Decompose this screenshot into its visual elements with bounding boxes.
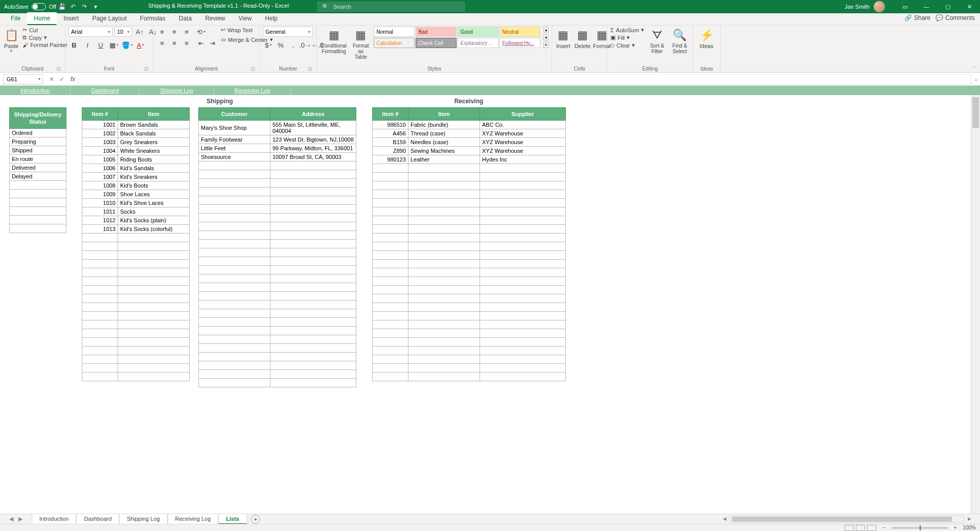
increase-font-icon[interactable]: A↑ xyxy=(134,27,145,37)
table-cell[interactable]: Delayed xyxy=(10,172,66,181)
decrease-indent-icon[interactable]: ⇤ xyxy=(195,38,207,48)
table-cell[interactable]: 1010 xyxy=(82,199,118,207)
table-cell[interactable] xyxy=(82,364,118,373)
dialog-launcher-icon[interactable]: ◲ xyxy=(56,66,61,71)
table-cell[interactable]: 1006 xyxy=(82,164,118,173)
table-cell[interactable]: 1005 xyxy=(82,155,118,164)
styles-scroll-down-icon[interactable]: ▼ xyxy=(543,34,549,40)
table-cell[interactable] xyxy=(270,196,356,205)
table-cell[interactable] xyxy=(408,286,480,294)
cut-button[interactable]: ✂Cut xyxy=(22,27,67,33)
table-cell[interactable] xyxy=(199,222,270,231)
increase-indent-icon[interactable]: ⇥ xyxy=(207,38,218,48)
table-cell[interactable] xyxy=(373,294,408,303)
table-cell[interactable]: ABC Co. xyxy=(480,121,566,129)
page-break-view-icon[interactable] xyxy=(867,525,876,531)
table-cell[interactable] xyxy=(199,240,270,248)
table-cell[interactable] xyxy=(199,327,270,335)
ribbon-tab-review[interactable]: Review xyxy=(198,12,232,25)
autosave-toggle[interactable] xyxy=(32,3,46,10)
table-cell[interactable] xyxy=(118,329,190,338)
cell-style-bad[interactable]: Bad xyxy=(416,27,457,37)
sort-filter-button[interactable]: ᗊSort & Filter xyxy=(647,27,667,56)
table-cell[interactable] xyxy=(270,179,356,188)
table-cell[interactable] xyxy=(408,347,480,355)
table-cell[interactable] xyxy=(199,344,270,353)
table-cell[interactable]: 1009 xyxy=(82,190,118,199)
table-cell[interactable]: 980123 xyxy=(373,155,408,164)
table-cell[interactable] xyxy=(199,266,270,274)
table-cell[interactable] xyxy=(373,355,408,364)
table-cell[interactable]: Brown Sandals xyxy=(118,121,190,129)
close-icon[interactable]: ✕ xyxy=(959,0,980,13)
table-cell[interactable] xyxy=(82,268,118,277)
table-cell[interactable] xyxy=(373,234,408,242)
table-cell[interactable]: Shoesource xyxy=(199,153,270,161)
table-cell[interactable] xyxy=(480,355,566,364)
table-cell[interactable]: 555 Main St, Littleville, ME, 040004 xyxy=(270,121,356,135)
fx-icon[interactable]: fx xyxy=(71,76,75,83)
table-cell[interactable] xyxy=(199,214,270,222)
border-icon[interactable]: ▦ xyxy=(108,40,120,50)
maximize-icon[interactable]: ▢ xyxy=(937,0,959,13)
table-cell[interactable] xyxy=(199,309,270,318)
table-cell[interactable]: 1007 xyxy=(82,173,118,181)
expand-formula-icon[interactable]: ⌄ xyxy=(971,74,980,84)
number-format-combo[interactable]: General xyxy=(263,27,313,37)
table-cell[interactable] xyxy=(408,312,480,320)
dialog-launcher-icon[interactable]: ◲ xyxy=(144,66,149,71)
bold-icon[interactable]: B xyxy=(69,40,80,50)
table-cell[interactable] xyxy=(408,260,480,268)
table-cell[interactable] xyxy=(82,355,118,364)
table-cell[interactable] xyxy=(82,234,118,242)
format-as-table-button[interactable]: ▦Format as Table xyxy=(351,27,371,62)
table-cell[interactable] xyxy=(408,320,480,329)
cell-style-calculation[interactable]: Calculation xyxy=(374,38,415,48)
table-cell[interactable] xyxy=(10,181,66,190)
formula-input[interactable] xyxy=(78,74,971,84)
zoom-level[interactable]: 100% xyxy=(963,525,976,530)
table-cell[interactable]: Fabric (bundle) xyxy=(408,121,480,129)
table-cell[interactable] xyxy=(373,338,408,347)
table-cell[interactable] xyxy=(270,370,356,379)
table-cell[interactable] xyxy=(480,181,566,190)
table-cell[interactable] xyxy=(373,277,408,286)
table-cell[interactable] xyxy=(373,251,408,260)
table-cell[interactable] xyxy=(199,361,270,370)
ribbon-tab-help[interactable]: Help xyxy=(258,12,284,25)
table-cell[interactable]: XYZ Warehouse xyxy=(480,147,566,155)
table-cell[interactable] xyxy=(480,190,566,199)
table-cell[interactable] xyxy=(10,198,66,207)
table-cell[interactable] xyxy=(199,292,270,301)
table-cell[interactable]: Kid's Sneakers xyxy=(118,173,190,181)
table-cell[interactable] xyxy=(270,379,356,387)
table-cell[interactable] xyxy=(480,242,566,251)
clear-button[interactable]: ◇Clear ▾ xyxy=(610,42,644,49)
nav-link-shipping-log[interactable]: Shipping Log xyxy=(140,86,214,95)
table-cell[interactable]: 1013 xyxy=(82,225,118,234)
table-cell[interactable]: Grey Sneakers xyxy=(118,138,190,147)
table-cell[interactable] xyxy=(373,199,408,207)
dialog-launcher-icon[interactable]: ◲ xyxy=(250,66,255,71)
table-cell[interactable] xyxy=(408,268,480,277)
table-cell[interactable] xyxy=(373,373,408,381)
table-cell[interactable] xyxy=(82,303,118,312)
table-cell[interactable] xyxy=(199,318,270,327)
table-cell[interactable] xyxy=(480,268,566,277)
table-cell[interactable] xyxy=(10,190,66,198)
minimize-icon[interactable]: — xyxy=(916,0,937,13)
sheet-tab-dashboard[interactable]: Dashboard xyxy=(76,514,119,524)
find-select-button[interactable]: 🔍Find & Select xyxy=(670,27,690,56)
cell-style-good[interactable]: Good xyxy=(458,27,498,37)
conditional-formatting-button[interactable]: ▦Conditional Formatting xyxy=(320,27,348,56)
table-cell[interactable]: Shoe Laces xyxy=(118,190,190,199)
table-cell[interactable] xyxy=(118,312,190,320)
tab-nav-next-icon[interactable]: ▶ xyxy=(18,516,22,522)
table-cell[interactable] xyxy=(373,312,408,320)
table-cell[interactable] xyxy=(82,277,118,286)
ribbon-tab-page-layout[interactable]: Page Layout xyxy=(85,12,133,25)
table-cell[interactable]: En route xyxy=(10,155,66,164)
zoom-out-icon[interactable]: − xyxy=(882,525,885,530)
sheet-tab-lists[interactable]: Lists xyxy=(218,514,247,524)
table-cell[interactable] xyxy=(10,224,66,233)
